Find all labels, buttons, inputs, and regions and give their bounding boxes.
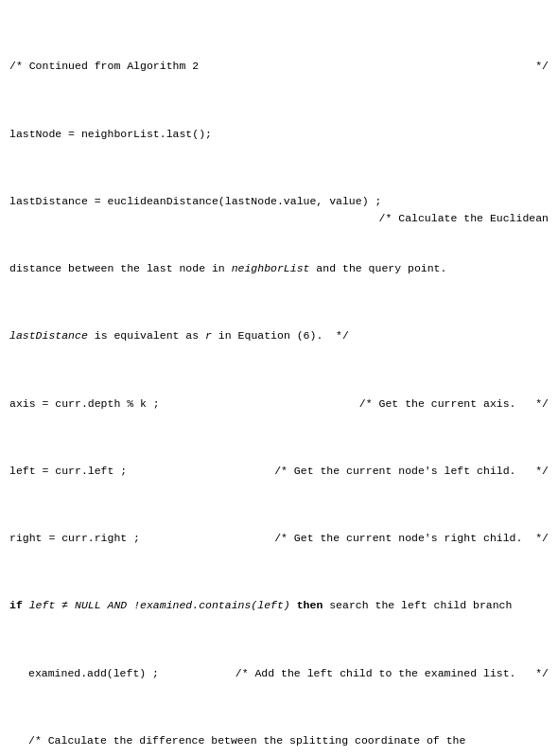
if-left-line: if left ≠ NULL AND !examined.contains(le… [9,597,549,614]
last-distance-line: lastDistance = euclideanDistance(lastNod… [9,193,549,210]
last-node-line: lastNode = neighborList.last(); [9,126,549,143]
comment-euclidean: distance between the last node in neighb… [9,260,549,277]
left-line: left = curr.left ;/* Get the current nod… [9,463,549,480]
examined-add-left: examined.add(left) ;/* Add the left chil… [9,665,549,682]
comment-calc-diff: /* Calculate the difference between the … [9,732,549,749]
axis-line: axis = curr.depth % k ;/* Get the curren… [9,396,549,413]
right-line: right = curr.right ;/* Get the current n… [9,530,549,547]
header-comment: /* Continued from Algorithm 2 */ [9,58,549,75]
comment-lastdistance: lastDistance is equivalent as r in Equat… [9,327,549,344]
code-container: /* Continued from Algorithm 2 */ lastNod… [9,8,549,756]
